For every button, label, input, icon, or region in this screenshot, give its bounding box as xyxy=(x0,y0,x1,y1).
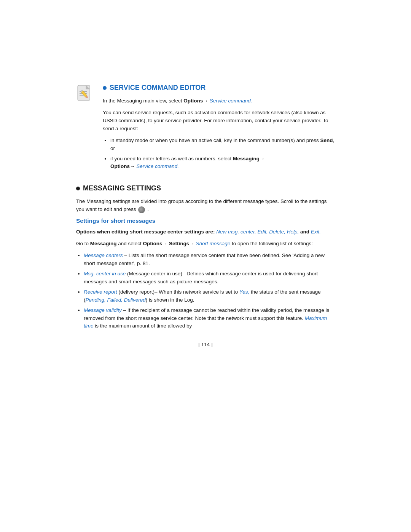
service-command-para1: You can send service requests, such as a… xyxy=(103,109,335,133)
short-messages-title: Settings for short messages xyxy=(76,217,335,224)
service-command-content: SERVICE COMMAND EDITOR In the Messaging … xyxy=(103,84,335,174)
service-command-section: SERVICE COMMAND EDITOR In the Messaging … xyxy=(76,84,335,174)
bullet-item-2: if you need to enter letters as well as … xyxy=(110,155,335,171)
service-command-icon xyxy=(76,85,96,104)
page-container: SERVICE COMMAND EDITOR In the Messaging … xyxy=(76,0,335,532)
service-command-bullets: in standby mode or when you have an acti… xyxy=(110,137,335,171)
bullet-item-1: in standby mode or when you have an acti… xyxy=(110,137,335,153)
nav-button-icon xyxy=(138,206,145,213)
bullet-message-centers: Message centers – Lists all the short me… xyxy=(84,252,335,268)
messaging-settings-title: MESSAGING SETTINGS xyxy=(76,184,335,192)
messaging-title-bullet xyxy=(76,187,80,190)
bullet-message-validity: Message validity – If the recipient of a… xyxy=(84,307,335,331)
settings-bullet-list: Message centers – Lists all the short me… xyxy=(84,252,335,330)
title-bullet xyxy=(103,86,107,90)
messaging-settings-intro: The Messaging settings are divided into … xyxy=(76,198,335,214)
messaging-settings-section: MESSAGING SETTINGS The Messaging setting… xyxy=(76,184,335,330)
service-command-title: SERVICE COMMAND EDITOR xyxy=(103,84,335,92)
service-command-intro: In the Messaging main view, select Optio… xyxy=(103,97,335,105)
short-messages-subsection: Settings for short messages Options when… xyxy=(76,217,335,330)
bullet-msg-center-in-use: Msg. center in use (Message center in us… xyxy=(84,270,335,286)
go-to-messaging: Go to Messaging and select Options→ Sett… xyxy=(76,240,335,248)
options-line: Options when editing short message cente… xyxy=(76,228,335,236)
page-number: [ 114 ] xyxy=(76,342,335,347)
bullet-receive-report: Receive report (delivery report)– When t… xyxy=(84,288,335,304)
